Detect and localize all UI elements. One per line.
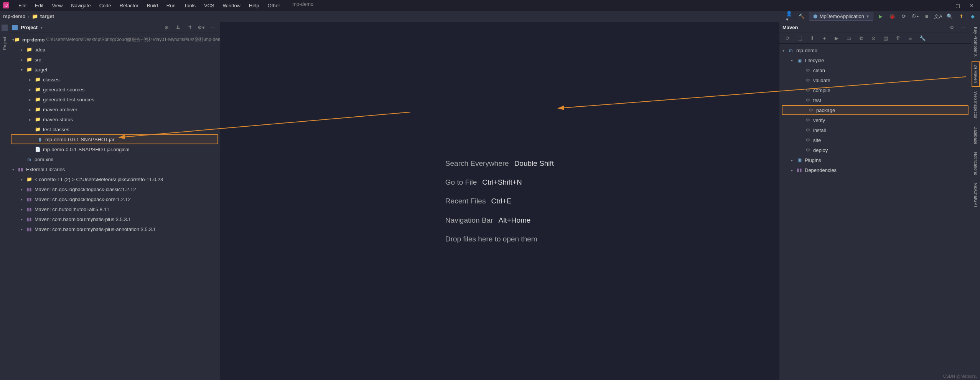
- maven-hide-icon[interactable]: —: [959, 23, 968, 32]
- menu-window[interactable]: Window: [219, 1, 244, 10]
- menu-other[interactable]: Other: [264, 1, 284, 10]
- debug-button[interactable]: 🐞: [888, 12, 896, 21]
- tree-src[interactable]: ▸📁src: [9, 55, 220, 64]
- maven-panel-header: Maven ⚙ —: [779, 22, 971, 33]
- maven-lifecycle[interactable]: ▾▣Lifecycle: [779, 55, 971, 65]
- maven-goal-clean[interactable]: ⚙clean: [779, 65, 971, 75]
- minimize-button[interactable]: —: [939, 2, 949, 9]
- rail-maven[interactable]: mMaven: [972, 61, 980, 87]
- translate-icon[interactable]: 文A: [934, 12, 942, 21]
- menu-view[interactable]: View: [48, 1, 66, 10]
- build-icon[interactable]: 🔨: [797, 12, 806, 21]
- select-opened-icon[interactable]: ⊕: [162, 23, 171, 32]
- maven-goal-test[interactable]: ⚙test: [779, 95, 971, 105]
- tree-m1[interactable]: ▸▮▮Maven: ch.qos.logback:logback-classic…: [9, 184, 220, 194]
- maven-goal-package[interactable]: ⚙package: [782, 105, 968, 115]
- search-icon[interactable]: 🔍: [945, 12, 954, 21]
- show-deps-icon[interactable]: ▤: [881, 34, 890, 43]
- tree-idea[interactable]: ▸📁.idea: [9, 45, 220, 55]
- tree-jarorig[interactable]: 📄mp-demo-0.0.1-SNAPSHOT.jar.original: [9, 144, 220, 154]
- user-icon[interactable]: 👤▾: [786, 12, 794, 21]
- tree-jar[interactable]: ▮mp-demo-0.0.1-SNAPSHOT.jar: [11, 134, 218, 144]
- tree-gentest[interactable]: ▸📁generated-test-sources: [9, 94, 220, 104]
- ide-features-icon[interactable]: ◆: [968, 12, 977, 21]
- maven-tree[interactable]: ▾mmp-demo ▾▣Lifecycle ⚙clean ⚙validate ⚙…: [779, 44, 971, 380]
- maven-goal-validate[interactable]: ⚙validate: [779, 75, 971, 85]
- execute-icon[interactable]: ▭: [845, 34, 853, 43]
- tree-jdk[interactable]: ▸📁< corretto-11 (2) > C:\Users\Meteors\.…: [9, 174, 220, 184]
- run-config-selector[interactable]: ⬢ MpDemoApplication ▾: [809, 12, 873, 21]
- menu-edit[interactable]: Edit: [31, 1, 47, 10]
- project-panel-header: Project ▾ ⊕ ⇊ ⇈ ⚙▾ —: [9, 22, 220, 33]
- tree-mavenarch[interactable]: ▸📁maven-archiver: [9, 104, 220, 114]
- menu-build[interactable]: Build: [143, 1, 162, 10]
- rail-keypromoter[interactable]: Key Promoter X: [972, 24, 979, 60]
- breadcrumb-target[interactable]: target: [40, 13, 54, 19]
- toggle-offline-icon[interactable]: ⧉: [857, 34, 865, 43]
- rail-webinspector[interactable]: Web Inspector: [972, 88, 979, 122]
- tree-m5[interactable]: ▸▮▮Maven: com.baomidou:mybatis-plus-anno…: [9, 224, 220, 234]
- expand-all-icon[interactable]: ⇊: [174, 23, 182, 32]
- project-tree[interactable]: ▾📁mp-demoC:\Users\Meteors\Desktop\Spring…: [9, 33, 220, 380]
- menu-help[interactable]: Help: [245, 1, 263, 10]
- maven-goal-verify[interactable]: ⚙verify: [779, 115, 971, 125]
- left-rail: Project: [0, 22, 9, 380]
- hide-icon[interactable]: —: [208, 23, 217, 32]
- menu-vcs[interactable]: VCS: [200, 1, 218, 10]
- stop-button[interactable]: ■: [922, 12, 931, 21]
- tree-root[interactable]: ▾📁mp-demoC:\Users\Meteors\Desktop\Spring…: [9, 35, 220, 45]
- maximize-button[interactable]: ▢: [952, 2, 963, 9]
- rail-nexchatgpt[interactable]: NexChatGPT: [972, 180, 979, 211]
- run-button[interactable]: ▶: [876, 12, 885, 21]
- menu-code[interactable]: Code: [96, 1, 115, 10]
- project-panel-title[interactable]: Project: [21, 25, 38, 30]
- collapse-all-icon[interactable]: ⇈: [185, 23, 194, 32]
- wrench-icon[interactable]: 🔧: [918, 34, 927, 43]
- tree-testclasses[interactable]: 📁test-classes: [9, 124, 220, 134]
- maven-run-icon[interactable]: ▶: [832, 34, 841, 43]
- dropdown-icon[interactable]: ▾: [41, 25, 43, 30]
- tree-extlib[interactable]: ▾▮▮External Libraries: [9, 164, 220, 174]
- project-tab[interactable]: Project: [1, 34, 8, 53]
- tree-gensources[interactable]: ▸📁generated-sources: [9, 84, 220, 94]
- close-button[interactable]: ✕: [966, 2, 977, 9]
- maven-goal-deploy[interactable]: ⚙deploy: [779, 145, 971, 155]
- breadcrumb-root[interactable]: mp-demo: [3, 13, 26, 19]
- settings-icon[interactable]: ⚙▾: [197, 23, 205, 32]
- menu-file[interactable]: File: [15, 1, 30, 10]
- skip-tests-icon[interactable]: ⊘: [869, 34, 878, 43]
- coverage-button[interactable]: ⟳: [899, 12, 908, 21]
- project-tab-icon[interactable]: [2, 25, 8, 31]
- tree-m3[interactable]: ▸▮▮Maven: cn.hutool:hutool-all:5.8.11: [9, 204, 220, 214]
- analyze-icon[interactable]: ⎄: [906, 34, 914, 43]
- maven-settings-icon[interactable]: ⚙: [948, 23, 956, 32]
- tree-m4[interactable]: ▸▮▮Maven: com.baomidou:mybatis-plus:3.5.…: [9, 214, 220, 224]
- download-icon[interactable]: ⬇: [808, 34, 816, 43]
- menu-navigate[interactable]: Navigate: [67, 1, 94, 10]
- menu-refactor[interactable]: Refactor: [116, 1, 142, 10]
- menu-tools[interactable]: Tools: [180, 1, 199, 10]
- rail-database[interactable]: Database: [972, 123, 979, 147]
- breadcrumb[interactable]: mp-demo › 📁 target: [3, 13, 54, 19]
- rail-notifications[interactable]: Notifications: [972, 149, 979, 178]
- tree-classes[interactable]: ▸📁classes: [9, 74, 220, 84]
- editor-area[interactable]: Search EverywhereDouble Shift Go to File…: [220, 22, 779, 380]
- maven-plugins[interactable]: ▸▣Plugins: [779, 155, 971, 165]
- tree-target[interactable]: ▾📁target: [9, 64, 220, 74]
- maven-deps[interactable]: ▸▮▮Dependencies: [779, 165, 971, 175]
- maven-goal-install[interactable]: ⚙install: [779, 125, 971, 135]
- maven-goal-site[interactable]: ⚙site: [779, 135, 971, 145]
- profiler-button[interactable]: ⏱▾: [911, 12, 919, 21]
- menu-run[interactable]: Run: [163, 1, 180, 10]
- maven-root[interactable]: ▾mmp-demo: [779, 45, 971, 55]
- tree-mavenstatus[interactable]: ▸📁maven-status: [9, 114, 220, 124]
- tree-m2[interactable]: ▸▮▮Maven: ch.qos.logback:logback-core:1.…: [9, 194, 220, 204]
- main-area: Project Project ▾ ⊕ ⇊ ⇈ ⚙▾ — ▾📁mp-demoC:…: [0, 22, 980, 380]
- generate-icon[interactable]: ⬚: [796, 34, 804, 43]
- collapse-icon[interactable]: ⇈: [894, 34, 902, 43]
- maven-goal-compile[interactable]: ⚙compile: [779, 85, 971, 95]
- sync-icon[interactable]: ⬆: [957, 12, 965, 21]
- tree-pom[interactable]: mpom.xml: [9, 154, 220, 164]
- add-icon[interactable]: ＋: [820, 34, 828, 43]
- reload-icon[interactable]: ⟳: [783, 34, 792, 43]
